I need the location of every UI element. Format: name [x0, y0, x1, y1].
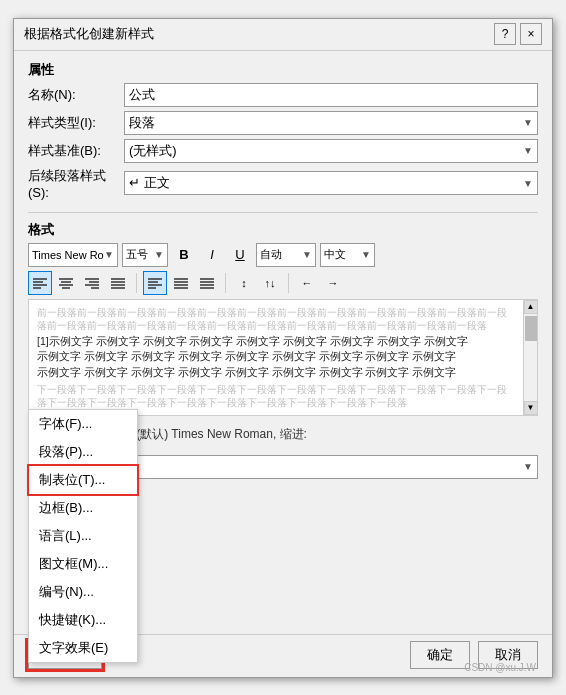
format-title: 格式 [28, 221, 538, 239]
preview-after-text: 下一段落下一段落下一段落下一段落下一段落下一段落下一段落下一段落下一段落下一段落… [37, 383, 515, 409]
menu-item-border[interactable]: 边框(B)... [29, 494, 137, 522]
ok-button[interactable]: 确定 [410, 641, 470, 669]
color-value: 自动 [260, 247, 282, 262]
align-center-button[interactable] [54, 271, 78, 295]
toolbar-divider-2 [225, 273, 226, 293]
align-right-button[interactable] [80, 271, 104, 295]
align-left-button[interactable] [28, 271, 52, 295]
options-arrow: ▼ [523, 461, 533, 472]
base-value: (无样式) [129, 142, 177, 160]
name-label: 名称(N): [28, 86, 118, 104]
scroll-down-button[interactable]: ▼ [524, 401, 538, 415]
font-select[interactable]: Times New Ro ▼ [28, 243, 118, 267]
menu-item-texteffect[interactable]: 文字效果(E) [29, 634, 137, 662]
preview-scrollbar: ▲ ▼ [523, 300, 537, 415]
menu-item-tabstop[interactable]: 制表位(T)... [29, 466, 137, 494]
menu-item-font[interactable]: 字体(F)... [29, 410, 137, 438]
menu-item-paragraph[interactable]: 段落(P)... [29, 438, 137, 466]
scroll-thumb [525, 316, 537, 341]
next-arrow: ▼ [523, 178, 533, 189]
lang-arrow: ▼ [361, 249, 371, 260]
underline-button[interactable]: U [228, 243, 252, 267]
scroll-up-button[interactable]: ▲ [524, 300, 538, 314]
indent-increase-button[interactable]: → [321, 271, 345, 295]
indent-decrease-button[interactable]: ← [295, 271, 319, 295]
font-toolbar: Times New Ro ▼ 五号 ▼ B I U 自动 ▼ 中文 ▼ [28, 243, 538, 267]
type-label: 样式类型(I): [28, 114, 118, 132]
close-button[interactable]: × [520, 23, 542, 45]
align-left2-button[interactable] [143, 271, 167, 295]
menu-item-language[interactable]: 语言(L)... [29, 522, 137, 550]
type-arrow: ▼ [523, 117, 533, 128]
base-arrow: ▼ [523, 145, 533, 156]
preview-before-text: 前一段落前一段落前一段落前一段落前一段落前一段落前一段落前一段落前一段落前一段落… [37, 306, 515, 332]
font-value: Times New Ro [32, 249, 104, 261]
dialog-root: 根据格式化创建新样式 ? × 属性 名称(N): 样式类型(I): 段落 ▼ 样… [13, 18, 553, 678]
size-value: 五号 [126, 247, 148, 262]
properties-title: 属性 [28, 61, 538, 79]
color-select[interactable]: 自动 ▼ [256, 243, 316, 267]
align-toolbar: ↕ ↑↓ ← → [28, 271, 538, 295]
toolbar-divider-1 [136, 273, 137, 293]
type-select[interactable]: 段落 ▼ [124, 111, 538, 135]
watermark: CSDN @xu.J.W [464, 662, 536, 673]
next-select[interactable]: ↵ 正文 ▼ [124, 171, 538, 195]
bold-button[interactable]: B [172, 243, 196, 267]
preview-content: 前一段落前一段落前一段落前一段落前一段落前一段落前一段落前一段落前一段落前一段落… [29, 300, 523, 415]
properties-section: 属性 名称(N): 样式类型(I): 段落 ▼ 样式基准(B): (无样式) ▼ [28, 61, 538, 204]
name-row: 名称(N): [28, 83, 538, 107]
menu-item-shortcut[interactable]: 快捷键(K)... [29, 606, 137, 634]
preview-sample-text: [1]示例文字 示例文字 示例文字 示例文字 示例文字 示例文字 示例文字 示例… [37, 334, 515, 381]
context-menu: 字体(F)... 段落(P)... 制表位(T)... 边框(B)... 语言(… [28, 409, 138, 663]
lang-select[interactable]: 中文 ▼ [320, 243, 375, 267]
toolbar-divider-3 [288, 273, 289, 293]
title-bar: 根据格式化创建新样式 ? × [14, 19, 552, 51]
next-row: 后续段落样式(S): ↵ 正文 ▼ [28, 167, 538, 200]
base-label: 样式基准(B): [28, 142, 118, 160]
next-label: 后续段落样式(S): [28, 167, 118, 200]
size-arrow: ▼ [154, 249, 164, 260]
base-select[interactable]: (无样式) ▼ [124, 139, 538, 163]
menu-item-frame[interactable]: 图文框(M)... [29, 550, 137, 578]
title-controls: ? × [494, 23, 542, 45]
preview-wrapper: 前一段落前一段落前一段落前一段落前一段落前一段落前一段落前一段落前一段落前一段落… [28, 299, 538, 416]
size-select[interactable]: 五号 ▼ [122, 243, 168, 267]
type-value: 段落 [129, 114, 155, 132]
format-section: 格式 Times New Ro ▼ 五号 ▼ B I U 自动 ▼ [28, 212, 538, 416]
help-button[interactable]: ? [494, 23, 516, 45]
para-spacing-button[interactable]: ↑↓ [258, 271, 282, 295]
type-row: 样式类型(I): 段落 ▼ [28, 111, 538, 135]
base-row: 样式基准(B): (无样式) ▼ [28, 139, 538, 163]
align-distributed-button[interactable] [195, 271, 219, 295]
italic-button[interactable]: I [200, 243, 224, 267]
next-value: ↵ 正文 [129, 174, 170, 192]
menu-item-numbering[interactable]: 编号(N)... [29, 578, 137, 606]
name-input[interactable] [124, 83, 538, 107]
align-justify2-button[interactable] [169, 271, 193, 295]
dialog-title: 根据格式化创建新样式 [24, 25, 154, 43]
align-justify-button[interactable] [106, 271, 130, 295]
line-spacing-button[interactable]: ↕ [232, 271, 256, 295]
lang-value: 中文 [324, 247, 346, 262]
font-arrow: ▼ [104, 249, 114, 260]
color-arrow: ▼ [302, 249, 312, 260]
